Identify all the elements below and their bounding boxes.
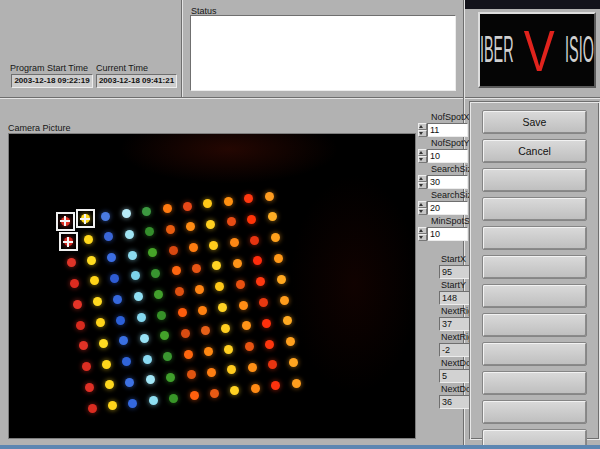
param-input[interactable]: 10 (427, 227, 468, 241)
spinner-down-button[interactable] (418, 182, 427, 189)
led-dot (239, 301, 248, 310)
led-dot (166, 225, 175, 234)
led-dot (87, 256, 96, 265)
led-dot (244, 194, 253, 203)
led-dot (105, 380, 114, 389)
param-label: SearchSizeX (431, 164, 468, 175)
spinner-control[interactable] (418, 149, 427, 163)
spinner-up-button[interactable] (418, 123, 427, 130)
spinner-down-button[interactable] (418, 156, 427, 163)
spinner-down-button[interactable] (418, 208, 427, 215)
led-dot (230, 238, 239, 247)
current-time-label: Current Time (96, 63, 148, 73)
param-field-row: 11 (418, 123, 468, 137)
logo-red-v: V (524, 22, 555, 80)
action-button-panel: Save Cancel (469, 101, 600, 440)
blank-button[interactable] (482, 168, 587, 192)
led-dot (99, 339, 108, 348)
program-start-time-label: Program Start Time (10, 63, 88, 73)
result-value: 5 (439, 369, 472, 383)
param-input[interactable]: 10 (427, 149, 468, 163)
led-dot (166, 373, 175, 382)
led-dot (151, 269, 160, 278)
led-dot (210, 389, 219, 398)
led-dot (268, 212, 277, 221)
blank-button[interactable] (482, 313, 587, 337)
blank-button[interactable] (482, 400, 587, 424)
blank-button[interactable] (482, 284, 587, 308)
led-dot (172, 266, 181, 275)
camera-glow (289, 174, 416, 394)
led-dot (134, 292, 143, 301)
spinner-control[interactable] (418, 123, 427, 137)
led-dot (242, 321, 251, 330)
led-dot (90, 276, 99, 285)
led-dot (280, 296, 289, 305)
led-dot (268, 360, 277, 369)
param-label: MinSpotSize (431, 216, 468, 227)
fibervision-logo: FIBER V ISION (478, 12, 596, 88)
spinner-up-button[interactable] (418, 201, 427, 208)
param-field-row: 10 (418, 149, 468, 163)
blank-button[interactable] (482, 371, 587, 395)
spinner-up-button[interactable] (418, 227, 427, 234)
led-dot (169, 394, 178, 403)
led-dot (110, 274, 119, 283)
save-button[interactable]: Save (482, 110, 587, 134)
led-dot (163, 352, 172, 361)
spinner-up-button[interactable] (418, 149, 427, 156)
led-dot (204, 347, 213, 356)
blank-button[interactable] (482, 226, 587, 250)
led-dot (125, 230, 134, 239)
cancel-button[interactable]: Cancel (482, 139, 587, 163)
led-dot (198, 306, 207, 315)
result-value: 36 (439, 395, 472, 409)
result-nextrightx: NextRightX37 (439, 306, 472, 332)
result-nextrighty: NextRightY-2 (439, 332, 472, 358)
led-dot (175, 287, 184, 296)
blank-button[interactable] (482, 255, 587, 279)
param-input[interactable]: 11 (427, 123, 468, 137)
led-dot (178, 308, 187, 317)
led-dot (157, 311, 166, 320)
bottom-edge-strip (0, 445, 600, 449)
result-startx: StartX95 (439, 254, 472, 280)
led-dot (207, 368, 216, 377)
led-dot (119, 336, 128, 345)
led-dot (101, 212, 110, 221)
led-dot (233, 259, 242, 268)
led-dot (93, 297, 102, 306)
led-dot (122, 209, 131, 218)
led-dot (149, 396, 158, 405)
spinner-down-button[interactable] (418, 234, 427, 241)
spinner-control[interactable] (418, 201, 427, 215)
led-dot (163, 204, 172, 213)
led-dot (253, 256, 262, 265)
blank-button[interactable] (482, 342, 587, 366)
spinner-control[interactable] (418, 227, 427, 241)
spinner-control[interactable] (418, 175, 427, 189)
led-dot (154, 290, 163, 299)
divider-top-left (181, 0, 183, 98)
led-dot (286, 337, 295, 346)
result-value: -2 (439, 343, 472, 357)
result-label: NextRightX (441, 306, 472, 317)
blank-button[interactable] (482, 197, 587, 221)
fibervision-window: Program Start Time 2003-12-18 09:22:19 C… (0, 0, 600, 449)
led-dot (125, 378, 134, 387)
result-label: StartY (441, 280, 472, 291)
param-searchsizex: SearchSizeX30 (418, 164, 468, 190)
divider-horizontal (0, 97, 600, 99)
led-dot (189, 243, 198, 252)
led-dot (88, 404, 97, 413)
param-input[interactable]: 30 (427, 175, 468, 189)
result-nextdowny: NextDownY36 (439, 384, 472, 410)
spinner-up-button[interactable] (418, 175, 427, 182)
led-dot (122, 357, 131, 366)
led-dot (221, 324, 230, 333)
param-input[interactable]: 20 (427, 201, 468, 215)
result-nextdownx: NextDownX5 (439, 358, 472, 384)
spinner-down-button[interactable] (418, 130, 427, 137)
led-dot (131, 271, 140, 280)
led-dot (262, 319, 271, 328)
